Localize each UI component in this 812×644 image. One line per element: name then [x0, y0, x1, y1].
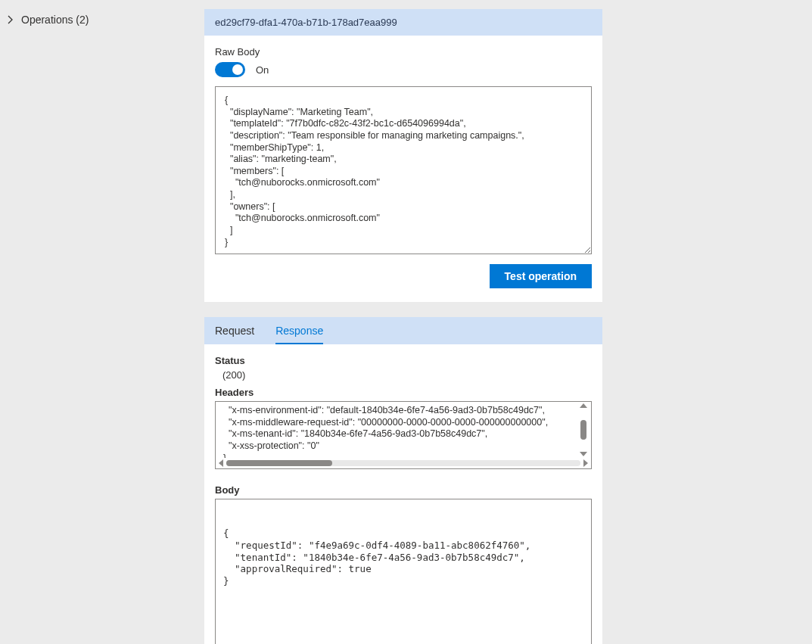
chevron-right-icon	[6, 15, 15, 24]
headers-horizontal-scrollbar[interactable]	[216, 458, 591, 468]
test-operation-button[interactable]: Test operation	[490, 264, 592, 288]
raw-body-toggle-state: On	[256, 64, 269, 76]
scroll-thumb-vertical[interactable]	[580, 420, 586, 440]
headers-box[interactable]: "x-ms-environment-id": "default-1840b34e…	[215, 401, 592, 469]
scroll-left-icon	[219, 459, 223, 467]
status-value: (200)	[204, 369, 602, 387]
headers-label: Headers	[204, 387, 602, 401]
operations-toggle[interactable]: Operations (2)	[6, 14, 204, 26]
main-content: ed29cf79-dfa1-470a-b71b-178ad7eaa999 Raw…	[204, 0, 812, 644]
sidebar: Operations (2)	[0, 0, 204, 644]
status-label: Status	[204, 344, 602, 369]
scroll-down-icon	[580, 452, 587, 456]
result-card: Request Response Status (200) Headers "x…	[204, 317, 602, 644]
tab-response[interactable]: Response	[275, 317, 323, 344]
raw-body-label: Raw Body	[215, 46, 592, 58]
raw-body-toggle[interactable]	[215, 62, 245, 77]
raw-body-textarea[interactable]	[215, 86, 592, 254]
headers-vertical-scrollbar[interactable]	[577, 403, 590, 456]
scroll-up-icon	[580, 403, 587, 408]
request-editor-card: ed29cf79-dfa1-470a-b71b-178ad7eaa999 Raw…	[204, 9, 602, 302]
scroll-track-horizontal[interactable]	[226, 460, 580, 466]
headers-text: "x-ms-environment-id": "default-1840b34e…	[216, 405, 573, 458]
response-body-text: { "requestId": "f4e9a69c-0df4-4089-ba11-…	[223, 527, 583, 586]
tab-request[interactable]: Request	[215, 317, 254, 344]
response-body-box[interactable]: { "requestId": "f4e9a69c-0df4-4089-ba11-…	[215, 499, 592, 644]
operation-id-header: ed29cf79-dfa1-470a-b71b-178ad7eaa999	[204, 9, 602, 36]
body-label: Body	[204, 474, 602, 499]
scroll-thumb-horizontal[interactable]	[226, 460, 332, 466]
scroll-right-icon	[583, 459, 588, 467]
operations-label: Operations (2)	[21, 14, 89, 26]
tabs-bar: Request Response	[204, 317, 602, 344]
